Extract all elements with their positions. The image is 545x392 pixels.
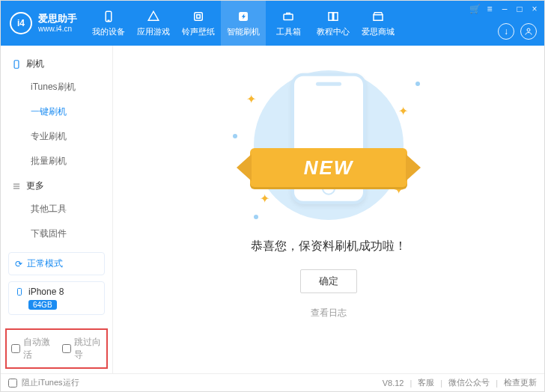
nav-flash[interactable]: 智能刷机 [221,1,266,46]
phone-outline-icon [11,59,22,70]
group-more-header: 更多 [1,174,112,197]
block-itunes-input[interactable] [8,379,17,388]
sidebar: 刷机 iTunes刷机 一键刷机 专业刷机 批量刷机 更多 其他工具 下载固件 … [1,46,113,373]
storage-badge: 64GB [28,300,57,310]
ringtone-icon [192,10,205,23]
sidebar-item-itunes-flash[interactable]: iTunes刷机 [1,75,112,99]
user-icon [524,27,533,36]
support-link[interactable]: 客服 [418,377,434,388]
block-itunes-checkbox[interactable]: 阻止iTunes运行 [8,377,79,388]
account-button[interactable] [520,23,537,40]
ok-button[interactable]: 确定 [300,269,357,293]
sidebar-item-other-tools[interactable]: 其他工具 [1,197,112,221]
cart-icon[interactable]: 🛒 [469,4,480,14]
group-title: 刷机 [26,58,44,70]
logo-area: i4 爱思助手 www.i4.cn [1,1,86,46]
nav-ringtones[interactable]: 铃声壁纸 [176,1,221,46]
svg-point-5 [527,28,530,31]
maximize-icon[interactable]: □ [514,4,525,14]
success-illustration: ✦ ✦ ✦ ✦ NEW [224,67,433,224]
nav-label: 爱思商城 [362,26,395,37]
view-log-link[interactable]: 查看日志 [311,307,347,319]
nav-label: 教程中心 [317,26,350,37]
flash-icon [237,10,250,23]
group-flash-header: 刷机 [1,52,112,75]
device-icon [102,10,115,23]
checkbox-label: 自动激活 [23,336,52,361]
brand-title: 爱思助手 [38,13,77,25]
window-controls: 🛒 ≡ – □ × [469,4,540,14]
wechat-link[interactable]: 微信公众号 [448,377,490,388]
phone-small-icon [15,287,24,296]
list-icon [11,181,22,192]
svg-rect-4 [284,14,293,20]
nav-label: 智能刷机 [227,26,260,37]
group-title: 更多 [26,180,44,192]
nav-apps[interactable]: 应用游戏 [131,1,176,46]
nav-label: 工具箱 [276,26,301,37]
refresh-icon: ⟳ [15,259,22,269]
book-icon [326,10,340,23]
check-update-link[interactable]: 检查更新 [504,377,537,388]
nav-label: 我的设备 [92,26,125,37]
success-message: 恭喜您，保资料刷机成功啦！ [251,239,407,254]
auto-activate-input[interactable] [11,344,20,353]
checkbox-label: 阻止iTunes运行 [22,377,79,388]
post-flash-options: 自动激活 跳过向导 [5,328,108,369]
skip-wizard-input[interactable] [62,344,71,353]
sidebar-item-download-firmware[interactable]: 下载固件 [1,221,112,246]
svg-rect-6 [14,60,19,68]
app-header: i4 爱思助手 www.i4.cn 我的设备 应用游戏 铃声壁纸 智能刷机 [1,1,544,46]
auto-activate-checkbox[interactable]: 自动激活 [11,336,52,361]
apps-icon [147,10,160,23]
new-ribbon: NEW [250,148,407,187]
close-icon[interactable]: × [529,4,540,14]
status-bar: 阻止iTunes运行 V8.12 | 客服 | 微信公众号 | 检查更新 [1,373,544,391]
version-label: V8.12 [383,379,404,388]
brand-url: www.i4.cn [38,25,77,34]
download-button[interactable]: ↓ [498,23,514,40]
nav-tutorials[interactable]: 教程中心 [311,1,356,46]
nav-label: 铃声壁纸 [182,26,215,37]
checkbox-label: 跳过向导 [74,336,103,361]
nav-label: 应用游戏 [137,26,170,37]
menu-icon[interactable]: ≡ [484,4,495,14]
device-mode[interactable]: ⟳ 正常模式 [8,252,105,275]
content-area: ✦ ✦ ✦ ✦ NEW 恭喜您，保资料刷机成功啦！ 确定 查看日志 [113,46,544,373]
skip-wizard-checkbox[interactable]: 跳过向导 [62,336,103,361]
minimize-icon[interactable]: – [499,4,510,14]
mode-label: 正常模式 [27,257,63,270]
svg-rect-2 [195,12,203,20]
logo-icon: i4 [10,12,32,34]
main-nav: 我的设备 应用游戏 铃声壁纸 智能刷机 工具箱 教程中心 [86,1,401,46]
device-name: iPhone 8 [28,287,64,297]
nav-toolbox[interactable]: 工具箱 [266,1,311,46]
svg-rect-10 [18,289,22,295]
sidebar-item-oneclick-flash[interactable]: 一键刷机 [1,99,112,124]
device-info[interactable]: iPhone 8 64GB [8,281,105,315]
nav-my-device[interactable]: 我的设备 [86,1,131,46]
toolbox-icon [281,10,295,23]
store-icon [371,10,385,23]
header-right-actions: ↓ [498,23,537,40]
nav-store[interactable]: 爱思商城 [356,1,401,46]
sidebar-item-pro-flash[interactable]: 专业刷机 [1,124,112,149]
sidebar-item-batch-flash[interactable]: 批量刷机 [1,149,112,174]
